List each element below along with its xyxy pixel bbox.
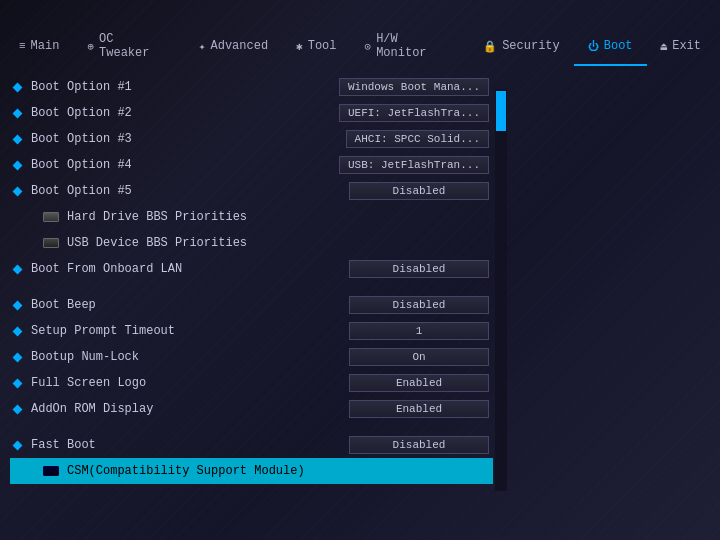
- row-hard-drive-bbs[interactable]: Hard Drive BBS Priorities: [10, 204, 493, 230]
- label-hard-drive-bbs: Hard Drive BBS Priorities: [67, 210, 247, 224]
- tab-tool[interactable]: ✱ Tool: [282, 27, 350, 65]
- tab-oc-label: OC Tweaker: [99, 32, 171, 60]
- usb-icon: [43, 238, 59, 248]
- tab-boot[interactable]: ⏻ Boot: [574, 28, 647, 66]
- scroll-track: [495, 89, 507, 491]
- row-setup-prompt-timeout[interactable]: Setup Prompt Timeout 1: [10, 318, 493, 344]
- diamond-icon: [13, 186, 23, 196]
- advanced-icon: ✦: [199, 40, 206, 53]
- boot-icon: ⏻: [588, 40, 599, 53]
- diamond-icon: [13, 82, 23, 92]
- row-boot-beep[interactable]: Boot Beep Disabled: [10, 292, 493, 318]
- value-boot-option-3[interactable]: AHCI: SPCC Solid...: [346, 130, 489, 148]
- value-full-screen-logo[interactable]: Enabled: [349, 374, 489, 392]
- value-addon-rom[interactable]: Enabled: [349, 400, 489, 418]
- tab-hw-label: H/W Monitor: [376, 32, 455, 60]
- tab-tool-label: Tool: [308, 39, 337, 53]
- value-boot-from-lan[interactable]: Disabled: [349, 260, 489, 278]
- row-csm[interactable]: CSM(Compatibility Support Module): [10, 458, 493, 484]
- diamond-icon: [13, 440, 23, 450]
- tab-advanced[interactable]: ✦ Advanced: [185, 27, 282, 65]
- label-csm: CSM(Compatibility Support Module): [67, 464, 305, 478]
- label-boot-from-lan: Boot From Onboard LAN: [31, 262, 182, 276]
- tool-icon: ✱: [296, 40, 303, 53]
- hdd-icon: [43, 212, 59, 222]
- hw-icon: ⊙: [365, 40, 372, 53]
- value-setup-prompt[interactable]: 1: [349, 322, 489, 340]
- value-boot-option-1[interactable]: Windows Boot Mana...: [339, 78, 489, 96]
- label-boot-option-2: Boot Option #2: [31, 106, 132, 120]
- tab-main[interactable]: ≡ Main: [5, 27, 73, 65]
- main-icon: ≡: [19, 40, 26, 52]
- row-fast-boot[interactable]: Fast Boot Disabled: [10, 432, 493, 458]
- value-bootup-num-lock[interactable]: On: [349, 348, 489, 366]
- value-fast-boot[interactable]: Disabled: [349, 436, 489, 454]
- value-boot-option-4[interactable]: USB: JetFlashTran...: [339, 156, 489, 174]
- tab-advanced-label: Advanced: [210, 39, 268, 53]
- scroll-thumb[interactable]: [496, 91, 506, 131]
- tab-hw-monitor[interactable]: ⊙ H/W Monitor: [351, 27, 470, 65]
- bios-screen: ASRock UEFI ≡ Main ⊕ OC Tweaker ✦ Advanc…: [0, 0, 720, 540]
- row-boot-option-3[interactable]: Boot Option #3 AHCI: SPCC Solid...: [10, 126, 493, 152]
- scrollbar[interactable]: ▲ ▼: [495, 74, 507, 506]
- nav-bar: ≡ Main ⊕ OC Tweaker ✦ Advanced ✱ Tool ⊙ …: [0, 28, 720, 66]
- row-boot-option-5[interactable]: Boot Option #5 Disabled: [10, 178, 493, 204]
- label-boot-option-1: Boot Option #1: [31, 80, 132, 94]
- value-boot-option-2[interactable]: UEFI: JetFlashTra...: [339, 104, 489, 122]
- diamond-icon: [13, 108, 23, 118]
- diamond-icon: [13, 378, 23, 388]
- row-boot-from-lan[interactable]: Boot From Onboard LAN Disabled: [10, 256, 493, 282]
- label-addon-rom: AddOn ROM Display: [31, 402, 153, 416]
- exit-icon: ⏏: [661, 40, 668, 53]
- oc-icon: ⊕: [87, 40, 94, 53]
- label-boot-option-4: Boot Option #4: [31, 158, 132, 172]
- value-boot-beep[interactable]: Disabled: [349, 296, 489, 314]
- diamond-icon: [13, 300, 23, 310]
- diamond-icon: [13, 160, 23, 170]
- row-bootup-num-lock[interactable]: Bootup Num-Lock On: [10, 344, 493, 370]
- diamond-icon: [13, 352, 23, 362]
- diamond-icon: [13, 264, 23, 274]
- tab-boot-label: Boot: [604, 39, 633, 53]
- row-boot-option-1[interactable]: Boot Option #1 Windows Boot Mana...: [10, 74, 493, 100]
- label-full-screen-logo: Full Screen Logo: [31, 376, 146, 390]
- tab-main-label: Main: [31, 39, 60, 53]
- value-boot-option-5[interactable]: Disabled: [349, 182, 489, 200]
- row-addon-rom[interactable]: AddOn ROM Display Enabled: [10, 396, 493, 422]
- csm-icon: [43, 466, 59, 476]
- tab-security[interactable]: 🔒 Security: [469, 27, 574, 65]
- row-boot-option-4[interactable]: Boot Option #4 USB: JetFlashTran...: [10, 152, 493, 178]
- label-usb-device-bbs: USB Device BBS Priorities: [67, 236, 247, 250]
- label-boot-beep: Boot Beep: [31, 298, 96, 312]
- diamond-icon: [13, 404, 23, 414]
- row-usb-device-bbs[interactable]: USB Device BBS Priorities: [10, 230, 493, 256]
- tab-oc-tweaker[interactable]: ⊕ OC Tweaker: [73, 27, 184, 65]
- label-boot-option-3: Boot Option #3: [31, 132, 132, 146]
- tab-exit-label: Exit: [672, 39, 701, 53]
- diamond-icon: [13, 134, 23, 144]
- tab-exit[interactable]: ⏏ Exit: [647, 27, 715, 65]
- label-bootup-num-lock: Bootup Num-Lock: [31, 350, 139, 364]
- label-fast-boot: Fast Boot: [31, 438, 96, 452]
- tab-security-label: Security: [502, 39, 560, 53]
- diamond-icon: [13, 326, 23, 336]
- row-boot-option-2[interactable]: Boot Option #2 UEFI: JetFlashTra...: [10, 100, 493, 126]
- row-full-screen-logo[interactable]: Full Screen Logo Enabled: [10, 370, 493, 396]
- label-setup-prompt: Setup Prompt Timeout: [31, 324, 175, 338]
- label-boot-option-5: Boot Option #5: [31, 184, 132, 198]
- security-icon: 🔒: [483, 40, 497, 53]
